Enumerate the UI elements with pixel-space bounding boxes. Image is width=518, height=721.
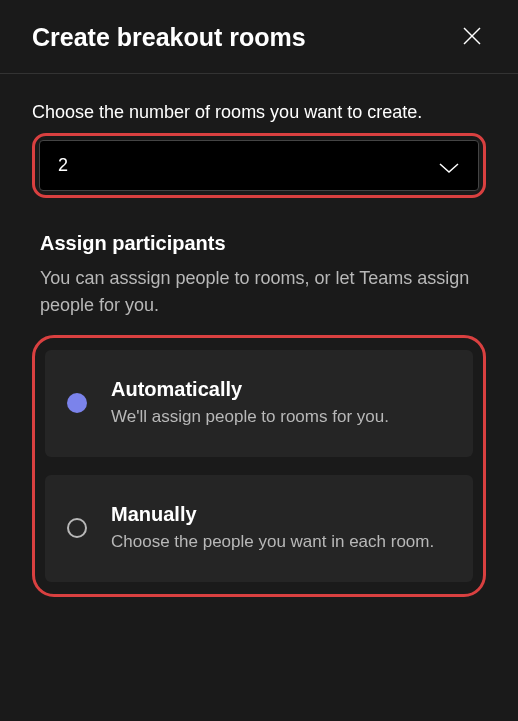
option-manually-title: Manually xyxy=(111,503,451,526)
option-manually-desc: Choose the people you want in each room. xyxy=(111,530,451,554)
dialog-header: Create breakout rooms xyxy=(0,0,518,74)
room-count-value: 2 xyxy=(58,155,68,176)
assign-section-title: Assign participants xyxy=(32,232,486,255)
option-text-container: Automatically We'll assign people to roo… xyxy=(111,378,451,429)
option-automatically-desc: We'll assign people to rooms for you. xyxy=(111,405,451,429)
close-button[interactable] xyxy=(458,22,486,53)
room-count-instruction: Choose the number of rooms you want to c… xyxy=(32,102,486,123)
option-text-container: Manually Choose the people you want in e… xyxy=(111,503,451,554)
assign-options-highlight: Automatically We'll assign people to roo… xyxy=(32,335,486,597)
option-manually[interactable]: Manually Choose the people you want in e… xyxy=(45,475,473,582)
option-automatically-title: Automatically xyxy=(111,378,451,401)
close-icon xyxy=(462,26,482,49)
assign-section-desc: You can asssign people to rooms, or let … xyxy=(32,265,486,319)
room-count-highlight: 2 xyxy=(32,133,486,198)
chevron-down-icon xyxy=(438,160,460,172)
room-count-dropdown[interactable]: 2 xyxy=(39,140,479,191)
option-automatically[interactable]: Automatically We'll assign people to roo… xyxy=(45,350,473,457)
radio-unselected-icon xyxy=(67,518,87,538)
radio-selected-icon xyxy=(67,393,87,413)
dialog-title: Create breakout rooms xyxy=(32,23,306,52)
dialog-content: Choose the number of rooms you want to c… xyxy=(0,74,518,625)
